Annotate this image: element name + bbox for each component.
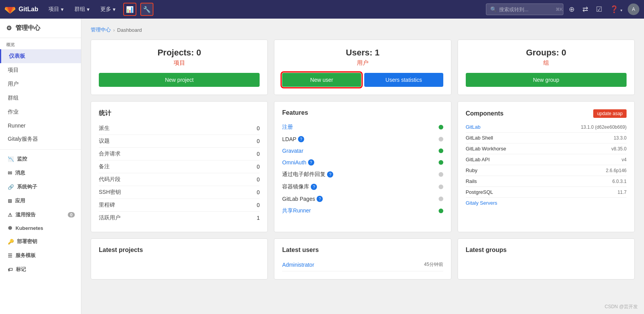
gear-icon: ⚙: [6, 24, 12, 32]
components-card: Components update asap GitLab 13.1.0 (d6…: [458, 101, 635, 232]
sidebar-item-projects[interactable]: 项目: [0, 63, 81, 77]
email-reply-help-icon[interactable]: ?: [327, 171, 333, 178]
comp-gitlab-workhorse: GitLab Workhorse v8.35.0: [466, 143, 627, 154]
sidebar-item-jobs[interactable]: 作业: [0, 105, 81, 119]
sidebar-item-groups[interactable]: 群组: [0, 91, 81, 105]
groups-count: Groups: 0: [466, 48, 627, 58]
breadcrumb-parent-link[interactable]: 管理中心: [91, 26, 111, 33]
ldap-help-icon[interactable]: ?: [298, 136, 304, 142]
latest-user-admin-link[interactable]: Administrator: [282, 262, 314, 268]
container-registry-help-icon[interactable]: ?: [311, 184, 317, 190]
groups-subtitle: 组: [466, 59, 627, 67]
new-user-button[interactable]: New user: [282, 73, 361, 87]
gitaly-servers-link[interactable]: Gitaly Servers: [466, 200, 498, 206]
feature-shared-runner-status: [439, 209, 443, 213]
stat-row-mr: 合并请求0: [99, 148, 260, 160]
latest-users-title: Latest users: [282, 247, 443, 254]
monitor-icon: 📉: [8, 156, 14, 162]
stat-row-active-users: 活跃用户1: [99, 212, 260, 224]
detail-cards-row: 统计 派生0 议题0 合并请求0 备注0: [91, 101, 635, 232]
statistics-card: 统计 派生0 议题0 合并请求0 备注0: [91, 101, 268, 232]
omniauth-help-icon[interactable]: ?: [308, 159, 314, 166]
nav-groups[interactable]: 群组 ▾: [71, 3, 93, 15]
navbar-logo[interactable]: GitLab: [5, 4, 38, 15]
sidebar-section-apps[interactable]: ⊞ 应用: [0, 194, 81, 208]
breadcrumb: 管理中心 › Dashboard: [91, 26, 635, 33]
kubernetes-icon: ☸: [8, 225, 12, 231]
feature-container-registry-label: 容器镜像库: [282, 183, 309, 190]
ruby-label: Ruby: [466, 167, 477, 173]
sidebar-section-monitor[interactable]: 📉 监控: [0, 152, 81, 166]
feature-signup-link[interactable]: 注册: [282, 124, 293, 131]
merge-request-icon[interactable]: ⇄: [580, 3, 591, 15]
new-project-button[interactable]: New project: [99, 73, 260, 87]
update-asap-button[interactable]: update asap: [593, 109, 627, 118]
sidebar-section-kubernetes[interactable]: ☸ Kubernetes: [0, 222, 81, 235]
stat-row-forks: 派生0: [99, 122, 260, 135]
feature-email-reply-label: 通过电子邮件回复: [282, 171, 325, 178]
feature-gravatar-status: [439, 148, 443, 153]
sidebar-section-labels[interactable]: 🏷 标记: [0, 262, 81, 276]
users-statistics-button[interactable]: Users statistics: [364, 73, 443, 87]
feature-container-registry: 容器镜像库 ?: [282, 181, 443, 193]
feature-shared-runner-link[interactable]: 共享Runner: [282, 207, 311, 214]
stat-row-ssh-keys: SSH密钥0: [99, 186, 260, 199]
features-list: 注册 LDAP ? Gravatar: [282, 121, 443, 217]
comp-gitlab: GitLab 13.1.0 (d62ee60b669): [466, 122, 627, 133]
feature-omniauth: OmniAuth ?: [282, 157, 443, 168]
nav-projects[interactable]: 项目 ▾: [45, 3, 67, 15]
sidebar-item-runner[interactable]: Runner: [0, 119, 81, 132]
search-bar[interactable]: 🔍 ⌘K: [486, 3, 563, 15]
latest-groups-title: Latest groups: [466, 247, 627, 254]
stat-row-snippets: 代码片段0: [99, 173, 260, 186]
analytics-icon-button[interactable]: 📊: [123, 3, 136, 16]
user-avatar[interactable]: A: [628, 3, 639, 15]
sidebar-item-gitaly[interactable]: Gitaly服务器: [0, 132, 81, 146]
gitlab-shell-label: GitLab Shell: [466, 135, 493, 141]
latest-users-card: Latest users Administrator 45分钟前: [274, 238, 451, 279]
latest-cards-row: Latest projects Latest users Administrat…: [91, 238, 635, 279]
gitlab-pages-help-icon[interactable]: ?: [317, 196, 323, 202]
sidebar-section-abuse[interactable]: ⚠ 滥用报告 0: [0, 208, 81, 222]
sidebar-section-hooks[interactable]: 🔗 系统钩子: [0, 180, 81, 194]
components-header: Components update asap: [466, 109, 627, 118]
feature-gitlab-pages-status: [439, 197, 443, 201]
feature-signup: 注册: [282, 121, 443, 133]
feature-omniauth-link[interactable]: OmniAuth: [282, 159, 306, 166]
latest-projects-card: Latest projects: [91, 238, 268, 279]
feature-gravatar-link[interactable]: Gravatar: [282, 148, 303, 154]
latest-projects-title: Latest projects: [99, 247, 260, 254]
stat-row-milestones: 里程碑0: [99, 199, 260, 212]
users-card: Users: 1 用户 New user Users statistics: [274, 40, 451, 95]
new-group-button[interactable]: New group: [466, 73, 627, 87]
gitlab-version-link[interactable]: GitLab: [466, 124, 480, 130]
help-icon[interactable]: ❓ ▾: [608, 3, 625, 15]
feature-shared-runner: 共享Runner: [282, 205, 443, 217]
feature-email-reply: 通过电子邮件回复 ?: [282, 168, 443, 181]
users-subtitle: 用户: [282, 59, 443, 67]
feature-signup-status: [439, 125, 443, 129]
navbar-brand-text: GitLab: [19, 6, 38, 13]
new-item-icon[interactable]: ⊕: [567, 3, 577, 15]
sidebar-item-users[interactable]: 用户: [0, 77, 81, 91]
sidebar-item-dashboard[interactable]: 仪表板: [0, 49, 81, 63]
sidebar-section-service-templates[interactable]: ☰ 服务模板: [0, 248, 81, 262]
comp-gitlab-api: GitLab API v4: [466, 154, 627, 165]
feature-omniauth-status: [439, 160, 443, 165]
latest-groups-card: Latest groups: [458, 238, 635, 279]
statistics-title: 统计: [99, 109, 260, 117]
feature-ldap-status: [439, 137, 443, 141]
page-layout: ⚙ 管理中心 概览 仪表板 项目 用户 群组 作业 Runner Gitaly服…: [0, 0, 644, 314]
todo-icon[interactable]: ☑: [594, 3, 604, 15]
feature-gitlab-pages: GitLab Pages ?: [282, 193, 443, 205]
wrench-icon-button[interactable]: 🔧: [140, 3, 153, 16]
main-content: 管理中心 › Dashboard Projects: 0 项目 New proj…: [81, 19, 644, 314]
sidebar-section-messages[interactable]: ✉ 消息: [0, 166, 81, 180]
breadcrumb-current: Dashboard: [117, 27, 142, 33]
users-action-buttons: New user Users statistics: [282, 73, 443, 87]
projects-card: Projects: 0 项目 New project: [91, 40, 268, 95]
search-input[interactable]: [499, 7, 553, 12]
comp-gitlab-shell: GitLab Shell 13.3.0: [466, 133, 627, 143]
nav-more[interactable]: 更多 ▾: [96, 3, 119, 15]
sidebar-section-deploy-keys[interactable]: 🔑 部署密钥: [0, 235, 81, 248]
